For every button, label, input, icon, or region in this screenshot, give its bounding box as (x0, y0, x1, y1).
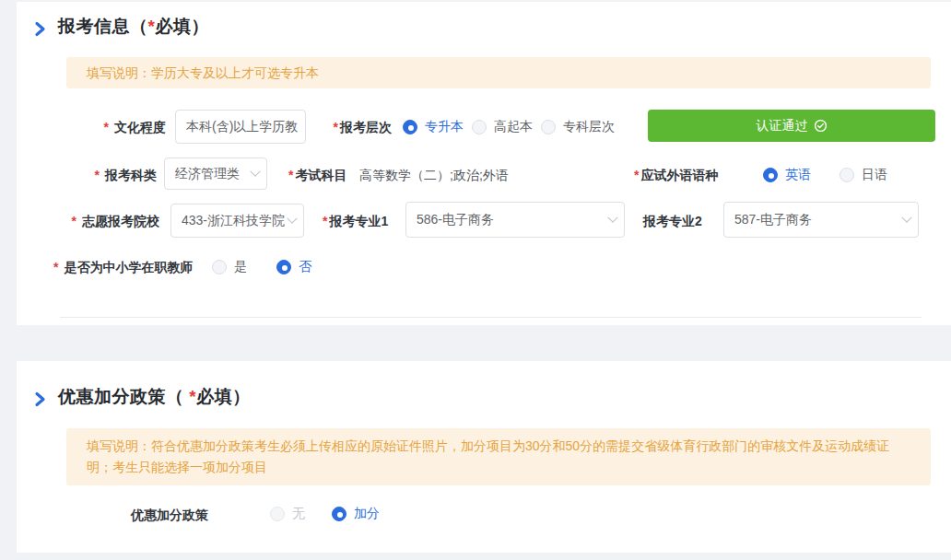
radio-icon (276, 260, 291, 274)
radio-icon (541, 120, 556, 134)
radio-teacher-yes[interactable]: 是 (212, 259, 247, 275)
required-asterisk: * (104, 120, 109, 134)
major2-value: 587-电子商务 (734, 212, 898, 228)
section-title-application-info: 报考信息（*必填） (58, 15, 209, 39)
application-info-card: 报考信息（*必填） 填写说明：学历大专及以上才可选专升本 *文化程度 本科(含)… (17, 2, 951, 325)
required-asterisk: * (323, 214, 327, 228)
required-asterisk: * (634, 168, 639, 182)
chevron-down-icon (250, 166, 260, 176)
radio-icon (472, 120, 487, 134)
chevron-down-icon (901, 212, 911, 222)
subject-category-value: 经济管理类 (175, 166, 246, 182)
certification-passed-button[interactable]: 认证通过 (648, 110, 935, 142)
radio-icon (839, 168, 854, 182)
exam-tier-label: *报考层次 (313, 119, 392, 135)
education-level-label: *文化程度 (17, 119, 166, 135)
first-choice-college-select[interactable]: 433-浙江科技学院 (170, 204, 304, 238)
radio-icon (763, 168, 778, 182)
radio-tier-zhuanshengben[interactable]: 专升本 (403, 119, 464, 135)
certification-passed-label: 认证通过 (757, 118, 808, 134)
exam-subjects-label: *考试科目 (288, 167, 346, 183)
education-level-select[interactable]: 本科(含)以上学历教 (175, 110, 306, 144)
required-asterisk: * (288, 168, 293, 182)
exam-registration-page: { "star": "*", "colors": { "accent_blue"… (0, 0, 951, 560)
radio-bonus-extra[interactable]: 加分 (332, 506, 380, 522)
section-divider (60, 317, 922, 318)
major1-value: 586-电子商务 (417, 212, 604, 228)
major1-label: *报考专业1 (323, 213, 388, 229)
radio-tier-zhuanke[interactable]: 专科层次 (541, 119, 615, 135)
subject-category-label: *报考科类 (17, 167, 157, 183)
required-asterisk: * (53, 260, 58, 274)
radio-bonus-none[interactable]: 无 (270, 506, 305, 522)
foreign-language-label: *应试外语语种 (634, 167, 718, 183)
chevron-down-icon (287, 213, 297, 223)
radio-language-japanese[interactable]: 日语 (839, 167, 887, 183)
radio-icon (270, 507, 285, 521)
education-level-value: 本科(含)以上学历教 (186, 119, 298, 135)
is-teacher-radio-group: 是 否 (212, 259, 311, 275)
foreign-language-radio-group: 英语 日语 (763, 167, 887, 183)
radio-icon (403, 120, 417, 134)
is-teacher-label: *是否为中小学在职教师 (53, 259, 193, 275)
bonus-policy-card: 优惠加分政策（ *必填） 填写说明：符合优惠加分政策考生必须上传相应的原始证件照… (17, 361, 951, 553)
bonus-policy-radio-group: 无 加分 (270, 506, 380, 522)
section-expand-chevron-right-icon[interactable] (34, 21, 46, 37)
required-asterisk: * (72, 214, 76, 228)
subject-category-select[interactable]: 经济管理类 (164, 158, 267, 190)
major2-label: 报考专业2 (643, 213, 702, 229)
radio-tier-gaoqiben[interactable]: 高起本 (472, 119, 533, 135)
exam-subjects-value: 高等数学（二）;政治;外语 (359, 167, 509, 183)
section-title-bonus-policy: 优惠加分政策（ *必填） (58, 385, 251, 409)
fill-instruction-notice: 填写说明：学历大专及以上才可选专升本 (66, 57, 931, 88)
section-expand-chevron-right-icon[interactable] (34, 391, 46, 407)
required-asterisk: * (189, 387, 196, 406)
required-asterisk: * (334, 120, 338, 134)
chevron-down-icon (607, 212, 617, 222)
exam-tier-radio-group: 专升本 高起本 专科层次 (403, 119, 615, 135)
major2-select[interactable]: 587-电子商务 (723, 202, 919, 238)
check-circle-icon (814, 119, 828, 133)
bonus-policy-label: 优惠加分政策 (131, 507, 208, 523)
radio-icon (332, 507, 346, 521)
first-choice-college-label: *志愿报考院校 (17, 213, 159, 229)
radio-language-english[interactable]: 英语 (763, 167, 811, 183)
major1-select[interactable]: 586-电子商务 (405, 202, 625, 238)
radio-teacher-no[interactable]: 否 (276, 259, 311, 275)
radio-icon (212, 260, 227, 274)
required-asterisk: * (95, 168, 100, 182)
fill-instruction-notice: 填写说明：符合优惠加分政策考生必须上传相应的原始证件照片，加分项目为30分和50… (66, 428, 931, 485)
first-choice-college-value: 433-浙江科技学院 (182, 213, 287, 229)
